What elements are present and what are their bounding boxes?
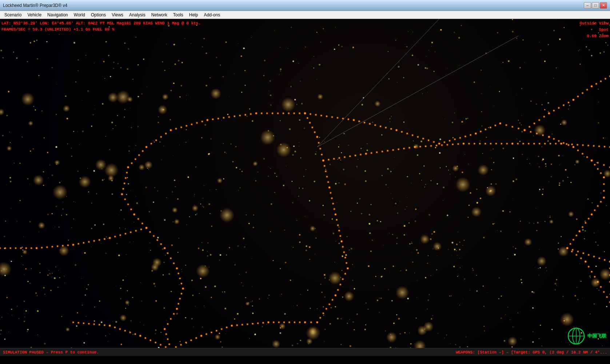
menu-options[interactable]: Options: [88, 11, 109, 19]
minimize-button[interactable]: –: [584, 2, 591, 9]
menu-tools[interactable]: Tools: [170, 11, 186, 19]
status-right: WEAPONS: [Station –] – [Target: GPS 0, (…: [456, 350, 607, 355]
hud-view-mode: Outside View: [580, 20, 609, 27]
maximize-button[interactable]: □: [592, 2, 599, 9]
menu-views[interactable]: Views: [109, 11, 126, 19]
simulation-canvas: [0, 19, 610, 356]
menu-bar: Scenario Vehicle Navigation World Option…: [0, 11, 610, 19]
watermark-logo-icon: [567, 327, 585, 345]
menu-network[interactable]: Network: [148, 11, 170, 19]
hud-view-info: Outside View Spot 0.60 Zoom: [580, 20, 609, 40]
menu-world[interactable]: World: [71, 11, 88, 19]
menu-scenario[interactable]: Scenario: [1, 11, 24, 19]
menu-addons[interactable]: Add-ons: [201, 11, 223, 19]
main-viewport[interactable]: LAT: N52°36.29' LON: E4°45.86' ALT: 8422…: [0, 19, 610, 356]
watermark-text: 中国飞联: [587, 333, 606, 339]
hud-info: LAT: N52°36.29' LON: E4°45.86' ALT: 8422…: [1, 20, 201, 32]
status-left: SIMULATION PAUSED – Press P to continue.: [3, 350, 99, 355]
close-button[interactable]: ✕: [600, 2, 607, 9]
watermark: 中国飞联: [567, 327, 606, 345]
hud-line1: LAT: N52°36.29' LON: E4°45.86' ALT: 8422…: [1, 20, 201, 27]
menu-vehicle[interactable]: Vehicle: [24, 11, 44, 19]
hud-camera-mode: Spot: [580, 27, 609, 33]
app-title: Lockheed Martin® Prepar3D® v4: [3, 3, 67, 8]
hud-zoom: 0.60 Zoom: [580, 33, 609, 40]
status-bar: SIMULATION PAUSED – Press P to continue.…: [0, 348, 610, 356]
menu-help[interactable]: Help: [186, 11, 201, 19]
menu-analysis[interactable]: Analysis: [126, 11, 148, 19]
hud-line2: FRAMES/SEC = 59.3 (UNLIMITED) +1.1 Gs FU…: [1, 27, 201, 33]
menu-navigation[interactable]: Navigation: [44, 11, 71, 19]
window-controls: – □ ✕: [584, 2, 607, 9]
title-bar: Lockheed Martin® Prepar3D® v4 – □ ✕: [0, 0, 610, 11]
